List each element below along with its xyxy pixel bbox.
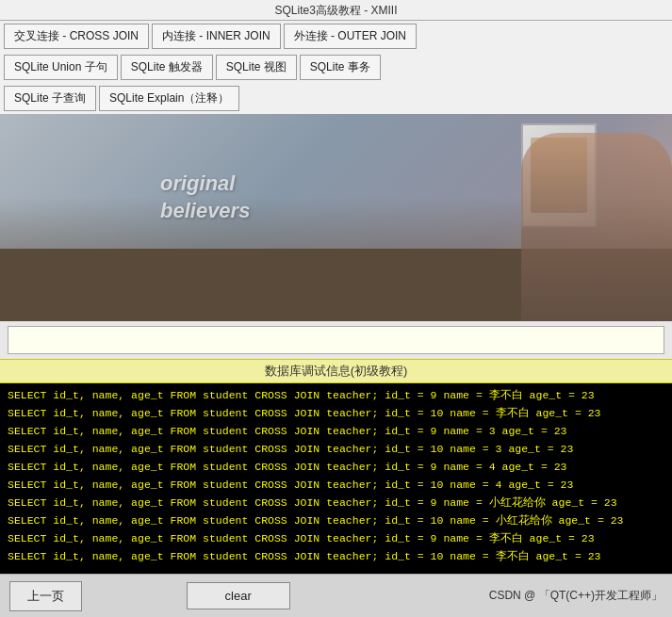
debug-line: SELECT id_t, name, age_t FROM student CR…	[8, 387, 664, 405]
debug-header: 数据库调试信息(初级教程)	[0, 359, 672, 383]
debug-line: SELECT id_t, name, age_t FROM student CR…	[8, 441, 664, 459]
nav-row-1: 交叉连接 - CROSS JOIN 内连接 - INNER JOIN 外连接 -…	[0, 21, 672, 52]
nav-row-3: SQLite 子查询 SQLite Explain（注释）	[0, 83, 672, 114]
nav-subquery[interactable]: SQLite 子查询	[4, 86, 96, 111]
debug-line: SELECT id_t, name, age_t FROM student CR…	[8, 423, 664, 441]
debug-line: SELECT id_t, name, age_t FROM student CR…	[8, 530, 664, 548]
bg-decorative-text: original believers	[160, 170, 250, 224]
nav-transaction[interactable]: SQLite 事务	[300, 55, 381, 80]
nav-union[interactable]: SQLite Union 子句	[4, 55, 118, 80]
nav-view[interactable]: SQLite 视图	[216, 55, 297, 80]
debug-line: SELECT id_t, name, age_t FROM student CR…	[8, 459, 664, 477]
debug-line: SELECT id_t, name, age_t FROM student CR…	[8, 512, 664, 530]
debug-output[interactable]: SELECT id_t, name, age_t FROM student CR…	[0, 383, 672, 600]
nav-cross-join[interactable]: 交叉连接 - CROSS JOIN	[4, 24, 149, 49]
debug-line: SELECT id_t, name, age_t FROM student CR…	[8, 477, 664, 495]
title-bar: SQLite3高级教程 - XMIII	[0, 0, 672, 21]
search-input[interactable]	[8, 326, 664, 354]
brand-label: CSDN @ 「QT(C++)开发工程师」	[489, 588, 663, 604]
debug-line: SELECT id_t, name, age_t FROM student CR…	[8, 548, 664, 566]
nav-row-2: SQLite Union 子句 SQLite 触发器 SQLite 视图 SQL…	[0, 52, 672, 83]
nav-explain[interactable]: SQLite Explain（注释）	[99, 86, 239, 111]
nav-trigger[interactable]: SQLite 触发器	[121, 55, 213, 80]
debug-line: SELECT id_t, name, age_t FROM student CR…	[8, 405, 664, 423]
nav-inner-join[interactable]: 内连接 - INNER JOIN	[152, 24, 281, 49]
search-bar-area	[0, 321, 672, 359]
clear-button[interactable]: clear	[187, 582, 290, 609]
title-text: SQLite3高级教程 - XMIII	[274, 4, 397, 17]
prev-page-button[interactable]: 上一页	[9, 581, 82, 611]
nav-outer-join[interactable]: 外连接 - OUTER JOIN	[284, 24, 417, 49]
bottom-bar: 上一页 clear CSDN @ 「QT(C++)开发工程师」	[0, 574, 672, 617]
debug-line: SELECT id_t, name, age_t FROM student CR…	[8, 495, 664, 512]
background-area: original believers	[0, 114, 672, 321]
